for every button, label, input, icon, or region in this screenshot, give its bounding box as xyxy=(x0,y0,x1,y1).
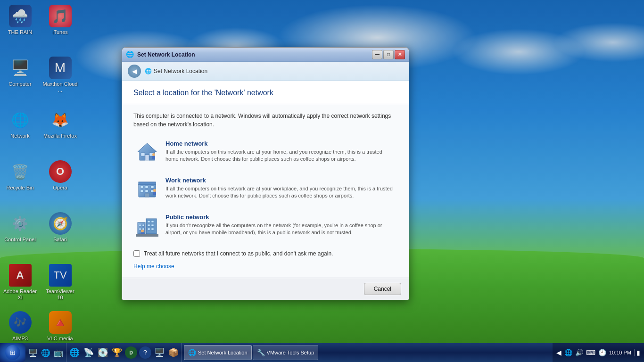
svg-rect-21 xyxy=(139,228,141,230)
svg-rect-20 xyxy=(142,224,144,226)
nav-icon: 🌐 xyxy=(145,68,152,74)
dialog-nav: ◀ 🌐 Set Network Location xyxy=(122,62,409,81)
taskbar: ⊞ 🖥️ 🌐 📺 🌐 📡 💽 🏆 D ? 🖥️ 📦 🌐 Set Network … xyxy=(0,343,644,362)
back-button[interactable]: ◀ xyxy=(128,65,141,78)
tray-pc-icon[interactable]: 🖥️ xyxy=(153,346,165,359)
media-player-button[interactable]: 📺 xyxy=(53,347,64,358)
svg-rect-31 xyxy=(141,232,144,234)
breadcrumb: 🌐 Set Network Location xyxy=(145,68,207,74)
svg-rect-27 xyxy=(148,228,150,230)
home-network-description: If all the computers on this network are… xyxy=(165,148,396,163)
svg-rect-28 xyxy=(151,228,154,230)
public-network-title: Public network xyxy=(165,214,396,221)
start-orb: ⊞ xyxy=(5,345,20,360)
checkbox-label: Treat all future networks that I connect… xyxy=(144,250,333,257)
app-tray-icons: 🌐 📡 💽 🏆 D ? 🖥️ 📦 xyxy=(66,343,182,362)
desktop: 🌧️THE RAIN🎵iTunes🖥️ComputerMMaxthon Clou… xyxy=(0,0,644,362)
svg-rect-11 xyxy=(140,190,143,192)
maximize-button[interactable]: □ xyxy=(383,50,394,59)
svg-rect-12 xyxy=(145,190,148,192)
taskbar-items: 🌐 Set Network Location 🔧 VMware Tools Se… xyxy=(182,345,553,360)
dialog-title: Set Network Location xyxy=(137,51,371,58)
svg-rect-23 xyxy=(148,221,150,222)
ie-button[interactable]: 🌐 xyxy=(40,347,51,358)
taskbar-item-icon-vmware: 🔧 xyxy=(257,349,264,356)
tray-keyboard-icon[interactable]: ⌨ xyxy=(586,349,595,356)
taskbar-item-icon-network: 🌐 xyxy=(188,349,196,356)
close-button[interactable]: ✕ xyxy=(395,50,405,59)
tray-trophy-icon[interactable]: 🏆 xyxy=(111,346,123,359)
system-tray: ◀ 🌐 🔊 ⌨ 🕙 10:10 PM ▮ xyxy=(553,343,644,362)
dialog-description: This computer is connected to a network.… xyxy=(133,112,397,129)
show-desktop-button[interactable]: 🖥️ xyxy=(27,347,39,358)
svg-rect-14 xyxy=(145,193,149,197)
home-network-icon xyxy=(135,140,159,164)
svg-rect-19 xyxy=(139,224,141,226)
quick-launch: 🖥️ 🌐 📺 xyxy=(25,343,66,362)
tray-help-icon[interactable]: ? xyxy=(139,346,151,359)
tray-clock-icon[interactable]: 🕙 xyxy=(598,349,606,356)
public-network-text: Public network If you don't recognize al… xyxy=(165,214,396,237)
work-network-option[interactable]: Work network If all the computers on thi… xyxy=(133,175,397,202)
svg-rect-29 xyxy=(136,234,158,237)
svg-rect-5 xyxy=(152,156,155,159)
tray-wifi-icon[interactable]: 📡 xyxy=(83,346,95,359)
tray-network-status-icon[interactable]: 🌐 xyxy=(564,349,572,356)
work-network-description: If all the computers on this network are… xyxy=(165,185,396,200)
dialog-content: Select a location for the 'Network' netw… xyxy=(122,81,409,278)
svg-point-4 xyxy=(152,153,155,156)
breadcrumb-text: Set Network Location xyxy=(154,68,207,74)
work-network-text: Work network If all the computers on thi… xyxy=(165,177,396,200)
public-network-icon xyxy=(135,214,159,237)
treat-public-checkbox[interactable] xyxy=(133,250,140,257)
system-time: 10:10 PM xyxy=(609,350,631,355)
work-network-title: Work network xyxy=(165,177,396,184)
dialog-titlebar: 🌐 Set Network Location — □ ✕ xyxy=(122,48,409,62)
svg-rect-24 xyxy=(151,221,154,222)
tray-divx-icon[interactable]: D xyxy=(125,346,137,359)
svg-rect-8 xyxy=(140,186,143,188)
svg-rect-7 xyxy=(139,182,156,185)
taskbar-item-label-network: Set Network Location xyxy=(198,350,248,355)
public-network-description: If you don't recognize all the computers… xyxy=(165,222,396,237)
minimize-button[interactable]: — xyxy=(372,50,382,59)
taskbar-item-set-network[interactable]: 🌐 Set Network Location xyxy=(184,345,252,360)
tray-network-icon[interactable]: 🌐 xyxy=(68,346,81,359)
public-network-option[interactable]: Public network If you don't recognize al… xyxy=(133,212,397,239)
svg-rect-1 xyxy=(145,155,149,160)
home-network-text: Home network If all the computers on thi… xyxy=(165,140,396,163)
tray-expand-icon[interactable]: ◀ xyxy=(556,349,561,356)
home-network-option[interactable]: Home network If all the computers on thi… xyxy=(133,138,397,165)
dialog-title-icon: 🌐 xyxy=(126,50,134,59)
show-desktop-tray-icon[interactable]: ▮ xyxy=(634,349,640,356)
tray-sound-icon[interactable]: 🔊 xyxy=(575,349,583,356)
dialog-heading: Select a location for the 'Network' netw… xyxy=(133,89,397,97)
help-me-choose-link[interactable]: Help me choose xyxy=(133,263,174,270)
svg-rect-26 xyxy=(151,224,154,226)
tray-box-icon[interactable]: 📦 xyxy=(167,346,180,359)
network-options: Home network If all the computers on thi… xyxy=(133,138,397,239)
svg-rect-16 xyxy=(153,192,156,195)
svg-rect-10 xyxy=(151,186,154,188)
home-network-title: Home network xyxy=(165,140,396,147)
svg-rect-25 xyxy=(148,224,150,226)
tray-disk-icon[interactable]: 💽 xyxy=(97,346,109,359)
work-network-icon xyxy=(135,177,159,200)
taskbar-item-vmware[interactable]: 🔧 VMware Tools Setup xyxy=(253,345,319,360)
svg-rect-2 xyxy=(141,153,145,156)
taskbar-item-label-vmware: VMware Tools Setup xyxy=(267,350,314,355)
svg-point-15 xyxy=(153,189,156,192)
svg-rect-9 xyxy=(145,186,148,188)
start-button[interactable]: ⊞ xyxy=(0,343,25,362)
set-network-location-dialog: 🌐 Set Network Location — □ ✕ ◀ 🌐 Set Net… xyxy=(122,47,409,300)
checkbox-area: Treat all future networks that I connect… xyxy=(133,248,397,257)
svg-point-30 xyxy=(141,230,144,232)
dialog-header: Select a location for the 'Network' netw… xyxy=(122,81,409,104)
dialog-body: This computer is connected to a network.… xyxy=(122,104,409,278)
cancel-button[interactable]: Cancel xyxy=(364,283,401,295)
dialog-footer: Cancel xyxy=(122,278,409,300)
